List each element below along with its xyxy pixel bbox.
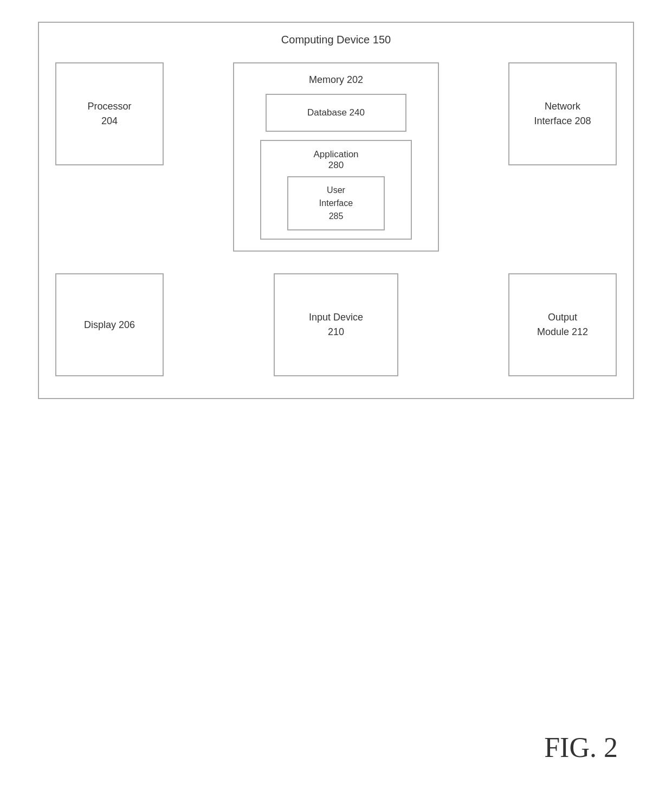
output-module-label: OutputModule 212: [537, 310, 588, 339]
database-box: Database 240: [266, 94, 406, 132]
input-device-box: Input Device210: [274, 273, 398, 376]
application-box: Application280 UserInterface285: [260, 140, 412, 240]
network-interface-box: NetworkInterface 208: [508, 62, 617, 165]
network-interface-label: NetworkInterface 208: [534, 99, 591, 129]
memory-title: Memory 202: [245, 74, 427, 86]
top-row: Processor204 Memory 202 Database 240 App…: [55, 62, 617, 252]
computing-device-box: Computing Device 150 Processor204 Memory…: [38, 22, 634, 399]
memory-box: Memory 202 Database 240 Application280 U…: [233, 62, 439, 252]
user-interface-label: UserInterface285: [319, 184, 353, 223]
output-module-box: OutputModule 212: [508, 273, 617, 376]
application-label: Application280: [313, 149, 358, 171]
bottom-row: Display 206 Input Device210 OutputModule…: [55, 273, 617, 376]
processor-box: Processor204: [55, 62, 164, 165]
computing-device-title: Computing Device 150: [55, 34, 617, 46]
display-box: Display 206: [55, 273, 164, 376]
user-interface-box: UserInterface285: [287, 176, 385, 230]
fig-label: FIG. 2: [544, 731, 618, 763]
input-device-label: Input Device210: [309, 310, 363, 339]
processor-label: Processor204: [87, 99, 131, 129]
display-label: Display 206: [84, 318, 135, 332]
diagram-area: Computing Device 150 Processor204 Memory…: [38, 22, 634, 399]
page: Computing Device 150 Processor204 Memory…: [0, 0, 672, 796]
database-label: Database 240: [307, 107, 365, 118]
